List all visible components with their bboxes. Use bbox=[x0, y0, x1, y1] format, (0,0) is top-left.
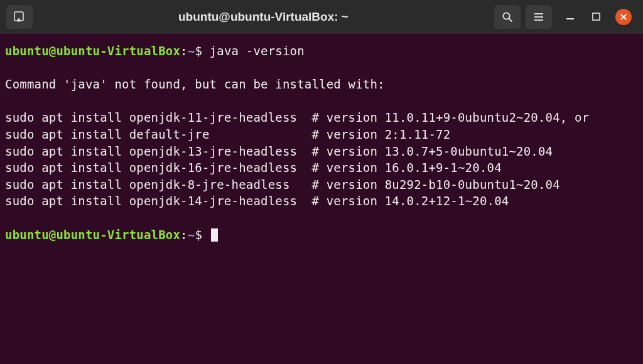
terminal-body[interactable]: ubuntu@ubuntu-VirtualBox:~$ java -versio… bbox=[0, 34, 643, 364]
maximize-button[interactable] bbox=[590, 9, 603, 25]
menu-button[interactable] bbox=[526, 5, 552, 29]
output-line: sudo apt install openjdk-11-jre-headless… bbox=[5, 109, 638, 126]
prompt-path: ~ bbox=[188, 228, 195, 242]
prompt-symbol: $ bbox=[195, 228, 202, 242]
blank-line bbox=[5, 60, 638, 77]
minimize-icon bbox=[566, 12, 575, 21]
window-titlebar: ubuntu@ubuntu-VirtualBox: ~ bbox=[0, 0, 643, 34]
prompt-colon: : bbox=[180, 44, 188, 58]
prompt-path: ~ bbox=[188, 44, 195, 58]
svg-line-4 bbox=[509, 19, 512, 22]
search-icon bbox=[502, 11, 513, 23]
maximize-icon bbox=[592, 13, 600, 21]
new-tab-button[interactable] bbox=[6, 5, 33, 29]
prompt-symbol: $ bbox=[195, 44, 202, 58]
new-tab-icon bbox=[14, 11, 25, 23]
output-header: Command 'java' not found, but can be ins… bbox=[5, 76, 638, 93]
blank-line bbox=[5, 93, 638, 110]
output-line: sudo apt install openjdk-14-jre-headless… bbox=[5, 193, 638, 210]
terminal-cursor bbox=[211, 228, 218, 242]
prompt-colon: : bbox=[180, 228, 188, 242]
prompt-user-host: ubuntu@ubuntu-VirtualBox bbox=[5, 44, 180, 58]
window-controls bbox=[563, 9, 632, 25]
prompt-line-2: ubuntu@ubuntu-VirtualBox:~$ bbox=[5, 227, 638, 244]
search-button[interactable] bbox=[494, 5, 521, 29]
output-line: sudo apt install openjdk-13-jre-headless… bbox=[5, 143, 638, 160]
prompt-user-host: ubuntu@ubuntu-VirtualBox bbox=[5, 228, 180, 242]
hamburger-icon bbox=[533, 11, 544, 23]
output-line: sudo apt install default-jre # version 2… bbox=[5, 126, 638, 143]
window-title: ubuntu@ubuntu-VirtualBox: ~ bbox=[38, 10, 489, 24]
minimize-button[interactable] bbox=[563, 9, 577, 25]
output-line: sudo apt install openjdk-16-jre-headless… bbox=[5, 159, 638, 176]
blank-line bbox=[5, 210, 638, 227]
svg-rect-9 bbox=[593, 13, 600, 20]
close-icon bbox=[620, 13, 627, 21]
prompt-line-1: ubuntu@ubuntu-VirtualBox:~$ java -versio… bbox=[5, 43, 638, 60]
close-button[interactable] bbox=[615, 9, 632, 25]
output-line: sudo apt install openjdk-8-jre-headless … bbox=[5, 176, 638, 193]
entered-command: java -version bbox=[210, 44, 305, 58]
